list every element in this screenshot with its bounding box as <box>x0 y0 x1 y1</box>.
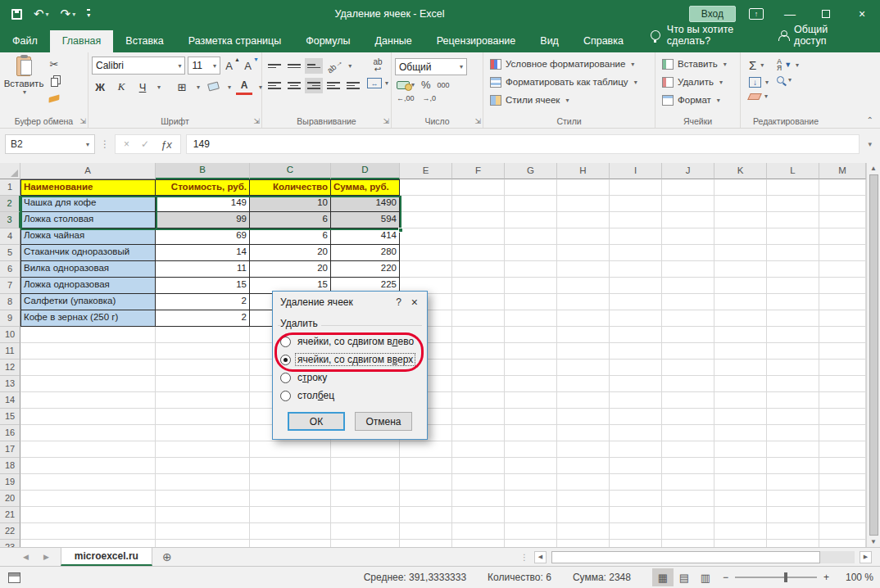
cell-F8[interactable] <box>452 294 505 310</box>
dialog-launcher-icon[interactable]: ⇲ <box>253 117 260 125</box>
align-center-button[interactable] <box>285 78 303 93</box>
decrease-decimal-button[interactable]: →,0 <box>423 94 437 102</box>
align-left-button[interactable] <box>265 78 284 93</box>
cell-K10[interactable] <box>714 327 767 343</box>
sign-in-button[interactable]: Вход <box>689 6 736 22</box>
cell-B13[interactable] <box>156 376 250 392</box>
cell-J2[interactable] <box>662 196 714 212</box>
clear-button[interactable]: ▾ <box>749 93 769 100</box>
vertical-scrollbar[interactable]: ▲ ▼ <box>866 163 880 547</box>
cell-B4[interactable]: 69 <box>156 228 250 245</box>
bold-button[interactable]: Ж <box>92 79 108 95</box>
dialog-close-button[interactable]: × <box>410 296 420 309</box>
align-right-button[interactable] <box>305 78 323 93</box>
cell-B10[interactable] <box>156 327 250 343</box>
cell-I5[interactable] <box>610 245 662 261</box>
zoom-slider-thumb[interactable] <box>784 572 787 582</box>
cell-B22[interactable] <box>156 523 250 540</box>
cell-I17[interactable] <box>610 441 662 458</box>
cell-D4[interactable]: 414 <box>331 228 400 245</box>
cell-L12[interactable] <box>767 360 819 376</box>
cell-C6[interactable]: 20 <box>250 261 331 278</box>
horizontal-scroll-thumb[interactable] <box>551 551 820 563</box>
column-header-I[interactable]: I <box>610 163 662 179</box>
row-header-3[interactable]: 3 <box>0 212 20 228</box>
cell-B8[interactable]: 2 <box>156 294 250 310</box>
cell-L13[interactable] <box>767 376 819 392</box>
orientation-button[interactable]: ab→ <box>324 56 345 76</box>
cell-M18[interactable] <box>819 458 866 474</box>
tab-scroll-splitter[interactable]: ⋮ <box>520 553 529 562</box>
cell-I16[interactable] <box>610 425 662 441</box>
cell-H21[interactable] <box>557 507 610 523</box>
column-header-C[interactable]: C <box>250 163 331 179</box>
cell-A8[interactable]: Салфетки (упаковка) <box>20 294 156 310</box>
cell-K6[interactable] <box>714 261 767 278</box>
column-header-M[interactable]: M <box>819 163 866 179</box>
cell-H17[interactable] <box>557 441 610 458</box>
row-header-1[interactable]: 1 <box>0 179 20 196</box>
cell-C4[interactable]: 6 <box>250 228 331 245</box>
cell-B20[interactable] <box>156 491 250 507</box>
zoom-percentage[interactable]: 100 % <box>837 572 873 583</box>
cell-L15[interactable] <box>767 409 819 425</box>
cell-G11[interactable] <box>505 343 557 360</box>
cell-K17[interactable] <box>714 441 767 458</box>
cell-B3[interactable]: 99 <box>156 212 250 228</box>
cell-B19[interactable] <box>156 474 250 491</box>
normal-view-button[interactable]: ▦ <box>652 568 674 586</box>
ribbon-tab-8[interactable]: Справка <box>571 30 636 52</box>
cell-C5[interactable]: 20 <box>250 245 331 261</box>
row-header-6[interactable]: 6 <box>0 261 20 278</box>
cell-J12[interactable] <box>662 360 714 376</box>
row-header-16[interactable]: 16 <box>0 425 20 441</box>
cell-I15[interactable] <box>610 409 662 425</box>
tell-me-search[interactable]: Что вы хотите сделать? <box>651 24 778 52</box>
cell-G21[interactable] <box>505 507 557 523</box>
cell-F14[interactable] <box>452 392 505 409</box>
cell-D1[interactable]: Сумма, руб. <box>331 179 400 196</box>
cell-I23[interactable] <box>610 540 662 547</box>
save-button[interactable] <box>11 9 22 20</box>
cell-H1[interactable] <box>557 179 610 196</box>
cell-H15[interactable] <box>557 409 610 425</box>
cell-B17[interactable] <box>156 441 250 458</box>
cell-G17[interactable] <box>505 441 557 458</box>
cell-A14[interactable] <box>20 392 156 409</box>
cell-D23[interactable] <box>331 540 400 547</box>
cell-I3[interactable] <box>610 212 662 228</box>
column-header-D[interactable]: D <box>331 163 400 179</box>
cell-J5[interactable] <box>662 245 714 261</box>
ribbon-tab-3[interactable]: Разметка страницы <box>176 30 293 52</box>
cell-B5[interactable]: 14 <box>156 245 250 261</box>
cell-M10[interactable] <box>819 327 866 343</box>
cell-M19[interactable] <box>819 474 866 491</box>
macro-record-icon[interactable] <box>8 572 20 583</box>
cell-L6[interactable] <box>767 261 819 278</box>
hscroll-left-icon[interactable]: ◀ <box>534 551 547 563</box>
increase-decimal-button[interactable]: ←,00 <box>397 94 415 102</box>
cell-A18[interactable] <box>20 458 156 474</box>
cell-J21[interactable] <box>662 507 714 523</box>
name-box[interactable]: B2▾ <box>5 134 95 154</box>
cell-F11[interactable] <box>452 343 505 360</box>
cell-C22[interactable] <box>250 523 331 540</box>
insert-cells-button[interactable]: Вставить▾ <box>659 55 737 73</box>
ribbon-display-options-button[interactable]: ↑ <box>749 8 764 20</box>
cell-H7[interactable] <box>557 278 610 294</box>
cell-E3[interactable] <box>400 212 452 228</box>
cell-K14[interactable] <box>714 392 767 409</box>
cell-E2[interactable] <box>400 196 452 212</box>
cell-B21[interactable] <box>156 507 250 523</box>
cell-D22[interactable] <box>331 523 400 540</box>
conditional-formatting-button[interactable]: Условное форматирование▾ <box>487 55 651 73</box>
cell-F16[interactable] <box>452 425 505 441</box>
cell-L19[interactable] <box>767 474 819 491</box>
cell-M22[interactable] <box>819 523 866 540</box>
cell-J20[interactable] <box>662 491 714 507</box>
add-sheet-button[interactable]: ⊕ <box>152 548 182 566</box>
scroll-up-icon[interactable]: ▲ <box>870 165 877 172</box>
sheet-tab-active[interactable]: microexcel.ru <box>61 548 152 566</box>
cell-J19[interactable] <box>662 474 714 491</box>
cell-M16[interactable] <box>819 425 866 441</box>
